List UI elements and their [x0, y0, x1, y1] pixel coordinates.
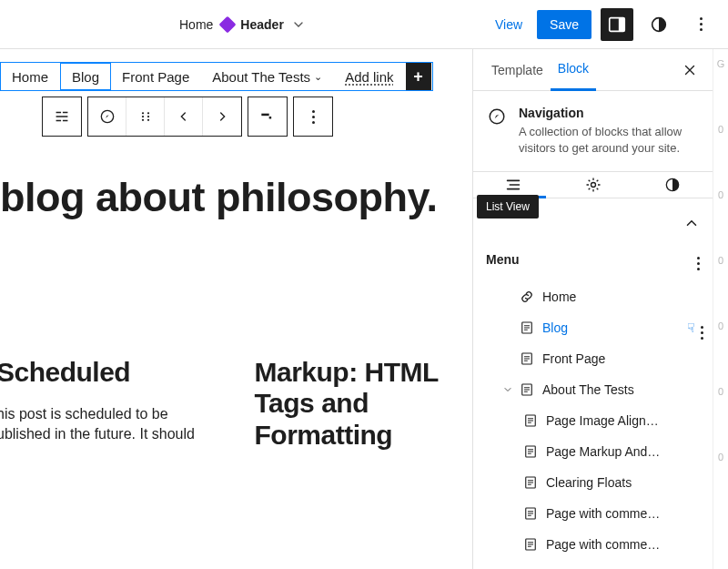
- chevron-down-icon: [502, 384, 513, 395]
- block-more-button[interactable]: [294, 97, 332, 136]
- tree-item-label: Home: [542, 290, 703, 304]
- link-icon: [517, 289, 537, 305]
- save-button[interactable]: Save: [537, 10, 592, 39]
- contrast-icon: [663, 176, 682, 194]
- tree-item-label: Front Page: [542, 351, 703, 366]
- styles-toggle[interactable]: [642, 8, 675, 41]
- tree-item-label: Page Image Align…: [546, 413, 703, 428]
- more-options-button[interactable]: [684, 8, 717, 41]
- tree-item-label: Page with comme…: [546, 537, 703, 552]
- template-part-chevron[interactable]: [289, 15, 308, 34]
- svg-point-7: [141, 119, 143, 121]
- tab-template[interactable]: Template: [484, 50, 551, 90]
- contrast-icon: [649, 15, 669, 35]
- tree-item[interactable]: Page with comme…: [473, 529, 713, 560]
- top-toolbar: Home Header View Save: [0, 0, 728, 49]
- nav-item-home[interactable]: Home: [1, 63, 60, 90]
- post-title-markup[interactable]: Markup: HTML Tags and: [255, 357, 473, 420]
- block-toolbar: [42, 97, 472, 137]
- tree-item[interactable]: Blog☟: [473, 312, 713, 343]
- pointer-cursor-icon: ☟: [687, 320, 695, 335]
- chevron-right-icon: [215, 109, 229, 124]
- toolbar-group-more: [293, 97, 333, 137]
- template-part-label: Header: [240, 17, 283, 32]
- more-vertical-icon: [700, 17, 703, 31]
- page-icon: [517, 351, 537, 367]
- settings-sidebar: Template Block Navigation A collection o…: [472, 49, 713, 569]
- nav-item-blog[interactable]: Blog: [60, 63, 111, 90]
- svg-rect-11: [261, 114, 268, 117]
- add-block-button[interactable]: +: [406, 63, 431, 90]
- view-button[interactable]: View: [490, 12, 528, 37]
- compass-icon: [98, 107, 116, 126]
- header-template-icon: [218, 15, 237, 34]
- tree-item[interactable]: Page Markup And…: [473, 436, 713, 467]
- block-title: Navigation: [519, 106, 700, 120]
- svg-point-9: [147, 116, 148, 117]
- svg-point-10: [147, 119, 148, 121]
- svg-point-6: [141, 116, 143, 117]
- tab-block[interactable]: Block: [551, 48, 596, 91]
- more-vertical-icon: [312, 110, 315, 124]
- chevron-up-icon: [683, 215, 700, 231]
- page-heading[interactable]: blog about philosophy.: [0, 175, 472, 220]
- add-link-button[interactable]: Add link: [334, 63, 405, 90]
- page-icon: [521, 505, 541, 522]
- more-vertical-icon: [697, 257, 700, 270]
- chevron-left-icon: [177, 109, 191, 124]
- list-view-icon: [503, 175, 523, 195]
- block-description: A collection of blocks that allow visito…: [519, 124, 700, 157]
- tree-item[interactable]: Page Image Align…: [473, 405, 713, 436]
- post-excerpt-scheduled: his post is scheduled to be ublished in …: [0, 404, 218, 445]
- move-left-button[interactable]: [165, 97, 203, 136]
- tree-item[interactable]: Page with comme…: [473, 498, 713, 529]
- menu-options-button[interactable]: [697, 248, 700, 270]
- navigation-parent-icon: [52, 107, 72, 127]
- settings-panel-toggle[interactable]: [601, 8, 633, 41]
- move-right-button[interactable]: [203, 97, 241, 136]
- tree-item[interactable]: Home: [473, 281, 713, 312]
- tree-item[interactable]: About The Tests: [473, 374, 713, 405]
- page-icon: [521, 536, 541, 553]
- drag-handle[interactable]: [126, 97, 165, 136]
- add-submenu-button[interactable]: [248, 97, 287, 136]
- document-title: Home: [179, 17, 213, 32]
- tree-item-label: Clearing Floats: [546, 475, 703, 490]
- menu-label: Menu: [486, 252, 520, 267]
- subtab-settings[interactable]: [553, 172, 633, 198]
- right-gutter: G000000: [713, 49, 728, 569]
- subtab-styles[interactable]: [632, 172, 713, 198]
- tree-item-label: Page with comme…: [546, 506, 703, 521]
- svg-point-5: [141, 112, 143, 114]
- row-options-button[interactable]: [701, 317, 703, 340]
- page-icon: [521, 412, 541, 429]
- gear-icon: [584, 176, 602, 194]
- svg-rect-0: [219, 15, 237, 33]
- tree-item[interactable]: Front Page: [473, 343, 713, 374]
- template-part-badge[interactable]: Header: [218, 15, 283, 34]
- drag-icon: [137, 108, 154, 125]
- post-title-scheduled[interactable]: Scheduled: [0, 357, 218, 388]
- svg-rect-12: [269, 117, 272, 119]
- collapse-panel-button[interactable]: [683, 215, 700, 231]
- tree-item-label: Blog: [542, 320, 687, 335]
- block-type-button[interactable]: [88, 97, 126, 136]
- subtab-list-view[interactable]: [473, 172, 553, 198]
- svg-rect-2: [619, 17, 624, 31]
- more-vertical-icon: [701, 326, 703, 340]
- post-title-markup-line2[interactable]: Formatting: [255, 420, 473, 452]
- toolbar-group-submenu: [248, 97, 288, 137]
- expand-toggle[interactable]: [499, 384, 517, 395]
- nav-item-about[interactable]: About The Tests⌄: [201, 63, 334, 90]
- close-sidebar-button[interactable]: [678, 58, 702, 82]
- sidebar-panel-icon: [607, 15, 627, 35]
- close-icon: [682, 62, 698, 78]
- navigation-tree: HomeBlog☟Front PageAbout The TestsPage I…: [473, 278, 713, 569]
- navigation-block[interactable]: Home Blog Front Page About The Tests⌄ Ad…: [0, 62, 433, 91]
- nav-item-front-page[interactable]: Front Page: [111, 63, 201, 90]
- tree-item-label: About The Tests: [542, 382, 703, 397]
- svg-point-8: [147, 112, 148, 114]
- tree-item[interactable]: Clearing Floats: [473, 467, 713, 498]
- select-parent-button[interactable]: [43, 97, 81, 136]
- editor-canvas[interactable]: Home Blog Front Page About The Tests⌄ Ad…: [0, 49, 472, 569]
